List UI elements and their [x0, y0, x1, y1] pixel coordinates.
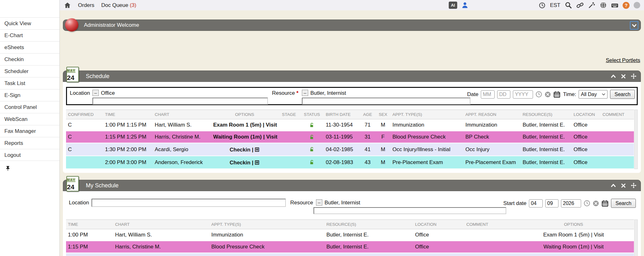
- location-selected-value: Office: [101, 90, 115, 96]
- col-header-time: TIME: [103, 110, 153, 119]
- col-header-time: TIME: [66, 220, 113, 229]
- orders-link[interactable]: Orders: [78, 2, 94, 9]
- appointment-option-link[interactable]: Waiting Room (1m) | Visit: [213, 134, 277, 140]
- cell-status: [300, 156, 324, 169]
- time-select[interactable]: All Day: [579, 90, 608, 99]
- sidebar-item-reports[interactable]: Reports: [0, 137, 59, 149]
- unlocked-icon[interactable]: [309, 134, 314, 140]
- location-search-input[interactable]: [92, 98, 268, 105]
- magic-wand-icon[interactable]: [588, 2, 595, 9]
- boxed-plus-icon[interactable]: ⊞: [255, 146, 260, 153]
- select-portlets-link[interactable]: Select Portlets: [606, 57, 640, 63]
- cell-location: Office: [572, 119, 601, 131]
- sidebar-item-control-panel[interactable]: Control Panel: [0, 101, 59, 113]
- cell-location: Office: [572, 131, 601, 143]
- time-picker-icon[interactable]: [584, 200, 590, 207]
- keyboard-icon[interactable]: [611, 2, 619, 9]
- cell-appt-types: Blood Pressure Check: [391, 131, 464, 143]
- collapse-resource-button[interactable]: –: [316, 199, 322, 206]
- move-portlet-icon[interactable]: [630, 182, 637, 189]
- collapse-portlet-icon[interactable]: [610, 182, 617, 189]
- cell-location: Office: [572, 156, 601, 169]
- start-date-day-input[interactable]: [545, 199, 558, 208]
- globe-icon[interactable]: [599, 2, 607, 9]
- schedule-row[interactable]: C 1:30 PM 2:00 PM Acardi, Sergio Checkin…: [66, 143, 634, 156]
- collapse-location-button[interactable]: –: [92, 90, 99, 96]
- appointment-option-link[interactable]: Checkin |: [230, 147, 253, 153]
- collapse-resource-button[interactable]: –: [302, 90, 308, 96]
- required-marker: *: [297, 90, 299, 96]
- sidebar-item-webscan[interactable]: WebScan: [0, 113, 59, 125]
- cell-resources: Butler, Internist E.: [521, 156, 572, 169]
- pin-sidebar-icon[interactable]: [4, 164, 12, 172]
- my-schedule-row[interactable]: 1:15 PM Harris, Christine M. Blood Press…: [66, 241, 634, 253]
- date-month-input[interactable]: [481, 90, 495, 99]
- sidebar-item-task-list[interactable]: Task List: [0, 77, 59, 89]
- date-year-input[interactable]: [513, 90, 533, 99]
- my-schedule-row[interactable]: 1:00 PM Hart, William S. Immunization Bu…: [66, 229, 634, 241]
- cell-resources: Butler, Internist E.: [325, 241, 413, 253]
- cell-chart: Anderson, Frederick: [153, 156, 211, 169]
- time-picker-icon[interactable]: [536, 91, 542, 98]
- link-icon[interactable]: [576, 2, 584, 9]
- date-day-input[interactable]: [497, 90, 510, 99]
- ai-assistant-button[interactable]: AI: [449, 2, 457, 9]
- resource-label-text: Resource: [272, 90, 295, 96]
- clock-icon[interactable]: [538, 2, 546, 9]
- close-portlet-icon[interactable]: [620, 73, 627, 80]
- presence-status-icon[interactable]: [634, 2, 640, 9]
- sidebar-item-e-sign[interactable]: E-Sign: [0, 89, 59, 101]
- my-schedule-portlet-header: MAY 24 My Schedule: [63, 180, 641, 191]
- calendar-page-icon: MAY 24: [66, 67, 79, 82]
- help-icon[interactable]: ?: [623, 2, 630, 9]
- schedule-row[interactable]: C 1:15 PM 1:25 PM Harris, Christine M. W…: [66, 131, 634, 143]
- appointment-option-link[interactable]: Waiting Room (1m) | Visit: [543, 244, 603, 250]
- home-icon[interactable]: [64, 2, 71, 9]
- sidebar-item-scheduler[interactable]: Scheduler: [0, 65, 59, 77]
- calendar-month-label: MAY: [67, 178, 75, 182]
- schedule-row[interactable]: C 1:00 PM 1:15 PM Hart, William S. Exam …: [66, 119, 634, 131]
- cell-location: Office: [413, 253, 464, 256]
- start-date-month-input[interactable]: [529, 199, 543, 208]
- appointment-option-link[interactable]: Checkin |: [230, 160, 253, 166]
- sidebar-item-logout[interactable]: Logout: [0, 149, 59, 161]
- close-portlet-icon[interactable]: [620, 182, 627, 189]
- user-profile-icon[interactable]: [461, 2, 469, 9]
- resource-search-input[interactable]: [314, 207, 506, 214]
- schedule-row[interactable]: 2:00 PM 3:00 PM Anderson, Frederick Chec…: [66, 156, 634, 169]
- resource-label: Resource: [290, 200, 313, 206]
- cell-comment: [601, 131, 634, 143]
- sidebar-item-fax-manager[interactable]: Fax Manager: [0, 125, 59, 137]
- my-schedule-row[interactable]: 1:30 PM Acardi, Sergio Occ Injury/Illnes…: [66, 253, 634, 256]
- calendar-page-icon: MAY 24: [66, 176, 79, 191]
- clear-date-icon[interactable]: [593, 200, 599, 207]
- resource-search-input[interactable]: [302, 98, 470, 105]
- start-date-year-input[interactable]: [561, 199, 581, 208]
- time-label: Time:: [563, 91, 576, 98]
- unlocked-icon[interactable]: [309, 160, 314, 165]
- clear-date-icon[interactable]: [545, 91, 551, 98]
- search-icon[interactable]: [564, 2, 572, 9]
- collapse-portlet-icon[interactable]: [610, 73, 617, 80]
- boxed-plus-icon[interactable]: ⊞: [255, 159, 260, 166]
- sidebar-item-esheets[interactable]: eSheets: [0, 41, 59, 53]
- sidebar-item-quick-view[interactable]: Quick View: [0, 17, 59, 29]
- appointment-option-link[interactable]: Exam Room 1 (5m) | Visit: [543, 232, 604, 238]
- doc-queue-link[interactable]: Doc Queue (3): [101, 2, 136, 9]
- sidebar-item-checkin[interactable]: Checkin: [0, 53, 59, 65]
- sidebar-item-e-chart[interactable]: E-Chart: [0, 29, 59, 41]
- schedule-table: CONFIRMED TIME CHART OPTIONS STAGE STATU…: [66, 110, 634, 169]
- appointment-option-link[interactable]: Exam Room 1 (5m) | Visit: [213, 122, 277, 128]
- unlocked-icon[interactable]: [309, 147, 314, 152]
- calendar-picker-icon[interactable]: [553, 91, 560, 98]
- my-schedule-search-button[interactable]: Search: [611, 199, 636, 208]
- unlocked-icon[interactable]: [309, 122, 314, 128]
- location-search-input[interactable]: [92, 199, 286, 207]
- col-header-stage: STAGE: [278, 110, 300, 119]
- cell-appt-types: Pre-Placement Exam: [391, 156, 464, 169]
- calendar-picker-icon[interactable]: [602, 200, 608, 207]
- schedule-search-button[interactable]: Search: [610, 90, 635, 99]
- move-portlet-icon[interactable]: [630, 73, 637, 80]
- welcome-collapse-button[interactable]: [630, 21, 638, 30]
- cell-time: 2:00 PM 3:00 PM: [103, 156, 153, 169]
